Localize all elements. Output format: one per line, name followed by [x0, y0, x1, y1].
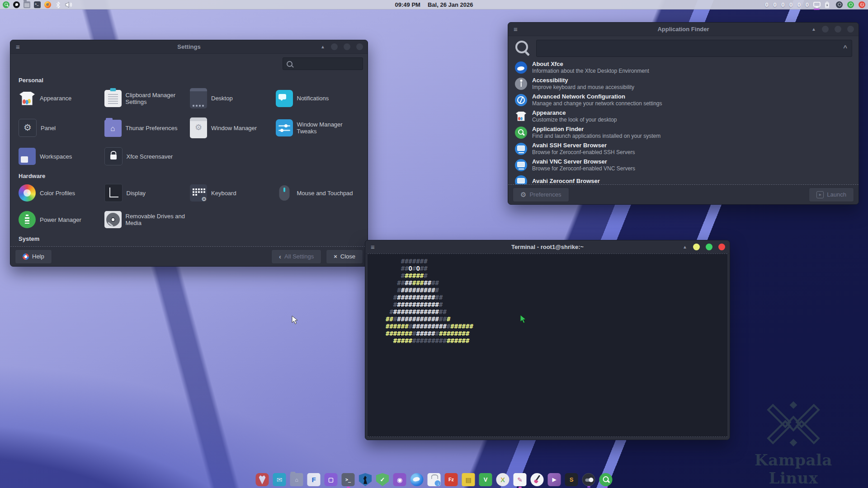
minimize-button[interactable] [331, 43, 338, 50]
dock-icon[interactable]: ✎ [514, 473, 527, 486]
media-tray-icon[interactable] [13, 1, 20, 8]
dock-icon[interactable] [410, 473, 424, 486]
settings-item[interactable]: Keyboard [190, 184, 274, 202]
settings-item-label: Workspaces [40, 153, 72, 160]
settings-item[interactable]: Clipboard Manager Settings [104, 88, 189, 108]
volume-icon[interactable] [65, 1, 72, 8]
dock-icon[interactable] [531, 473, 544, 486]
dock-icon[interactable]: ⌂ [290, 473, 303, 486]
finder-app-row[interactable]: Accessibility Improve keyboard and mouse… [508, 75, 859, 92]
app-finder-tray-icon[interactable] [3, 1, 9, 8]
status-circle-icon[interactable] [836, 1, 843, 8]
settings-item-label: Removable Drives and Media [126, 213, 189, 226]
terminal-titlebar[interactable]: ≡ Terminal - root1@shrike:~ ▲ [365, 240, 730, 254]
settings-item[interactable]: Desktop [190, 88, 274, 108]
finder-app-row[interactable]: Avahi VNC Server Browser Browse for Zero… [508, 157, 859, 173]
all-settings-button[interactable]: ‹ All Settings [271, 249, 321, 264]
settings-item[interactable]: Window Manager [190, 117, 274, 138]
maximize-button[interactable] [706, 244, 712, 250]
minimize-button[interactable] [822, 26, 829, 33]
fastfetch-label: Swap: [528, 432, 549, 432]
launch-label: Launch [827, 191, 846, 198]
settings-item[interactable]: Power Manager [19, 211, 103, 228]
launch-button[interactable]: ▶ Launch [809, 188, 854, 202]
dock-icon[interactable]: ▤ [462, 473, 475, 486]
dock-icon[interactable]: ▢ [325, 473, 338, 486]
close-button[interactable] [356, 43, 363, 50]
panel-left-tray [0, 1, 72, 8]
terminal-tray-icon[interactable] [34, 1, 41, 8]
window-menu-icon[interactable]: ≡ [10, 40, 25, 53]
dock-icon[interactable] [582, 473, 595, 486]
shade-icon[interactable]: ▲ [811, 27, 816, 32]
maximize-button[interactable] [835, 26, 841, 33]
settings-item[interactable]: Removable Drives and Media [104, 211, 189, 228]
power-icon[interactable] [859, 1, 865, 8]
finder-app-row[interactable]: About Xfce Information about the Xfce De… [508, 59, 859, 75]
dock-icon[interactable]: Fz [445, 473, 458, 486]
fastfetch-line: Uptime: 2 mins [480, 310, 726, 317]
finder-titlebar[interactable]: ≡ Application Finder ▲ [508, 23, 859, 36]
settings-item[interactable]: Xfce Screensaver [104, 147, 189, 165]
settings-item[interactable]: Color Profiles [19, 184, 103, 202]
minimize-button[interactable] [693, 244, 700, 250]
finder-app-row[interactable]: Appearance Customize the look of your de… [508, 108, 859, 124]
close-button[interactable] [718, 244, 725, 250]
settings-item[interactable]: Panel [19, 117, 103, 138]
shade-icon[interactable]: ▲ [683, 244, 687, 249]
kampala-logo-icon [766, 401, 821, 446]
panel-clock[interactable]: 09:49 PM Bal, 26 Jan 2026 [0, 0, 868, 9]
settings-item[interactable]: Display [104, 184, 189, 202]
settings-item[interactable]: Notifications [276, 88, 360, 108]
preferences-button[interactable]: ⚙ Preferences [513, 188, 569, 202]
window-menu-icon[interactable]: ≡ [365, 240, 380, 253]
help-button[interactable]: Help [15, 249, 52, 264]
workspace-indicators[interactable]: 0 0 0 0 0 0 [765, 1, 809, 8]
dock-icon[interactable] [359, 473, 372, 486]
close-button[interactable] [847, 26, 854, 33]
finder-app-row[interactable]: Avahi Zeroconf Browser [508, 173, 859, 184]
dock-icon[interactable]: ↓ [428, 473, 441, 486]
dock-icon[interactable]: F [307, 473, 321, 486]
online-status-icon[interactable] [847, 1, 854, 8]
chevron-up-icon[interactable]: ^ [843, 44, 847, 52]
dock-icon[interactable]: ▶ [548, 473, 561, 486]
settings-item[interactable]: Thunar Preferences [104, 117, 189, 138]
dock-icon[interactable]: S [565, 473, 578, 486]
window-menu-icon[interactable]: ≡ [508, 23, 523, 36]
settings-item[interactable]: Window Manager Tweaks [276, 117, 360, 138]
dock-icon[interactable]: ✓ [376, 473, 389, 486]
fastfetch-value: 972.67 MiB / 2.76 GiB ( [557, 424, 656, 425]
finder-app-row[interactable]: Application Finder Find and launch appli… [508, 124, 859, 141]
finder-app-row[interactable]: Advanced Network Configuration Manage an… [508, 92, 859, 108]
close-button-footer[interactable]: × Close [326, 249, 363, 264]
file-manager-tray-icon[interactable] [24, 1, 30, 8]
shade-icon[interactable]: ▲ [321, 44, 325, 49]
finder-search-input[interactable]: ^ [536, 40, 852, 57]
dock-icon[interactable]: ✉ [273, 473, 286, 486]
dock-icon[interactable]: V [479, 473, 492, 486]
settings-item[interactable]: Appearance [19, 88, 103, 108]
dock-icon[interactable]: ◉ [393, 473, 406, 486]
settings-item[interactable]: Workspaces [19, 147, 103, 165]
settings-item[interactable]: Mouse and Touchpad [276, 184, 360, 202]
finder-app-row[interactable]: Avahi SSH Server Browser Browse for Zero… [508, 141, 859, 157]
dock-icon[interactable]: X [496, 473, 509, 486]
settings-footer: Help ‹ All Settings × Close [10, 246, 368, 266]
settings-item-label: Display [127, 190, 146, 197]
maximize-button[interactable] [344, 43, 350, 50]
dock-icon[interactable] [599, 473, 613, 486]
dock-icon-glyph: F [311, 476, 316, 483]
battery-icon[interactable] [825, 1, 831, 8]
dock-icon[interactable]: >_ [342, 473, 355, 486]
fastfetch-line: Font: Sans (10pt) [GTK2/3/4] [480, 379, 726, 386]
bluetooth-icon[interactable] [55, 1, 61, 8]
settings-search-input[interactable] [283, 57, 363, 70]
settings-titlebar[interactable]: ≡ Settings ▲ [10, 40, 368, 54]
clock-time: 09:49 PM [395, 1, 420, 8]
fastfetch-line: ------------ [480, 279, 726, 286]
display-icon[interactable] [813, 1, 820, 8]
settings-item-label: Color Profiles [40, 190, 75, 197]
dock-icon[interactable] [256, 473, 269, 486]
firefox-tray-icon[interactable] [44, 1, 51, 8]
